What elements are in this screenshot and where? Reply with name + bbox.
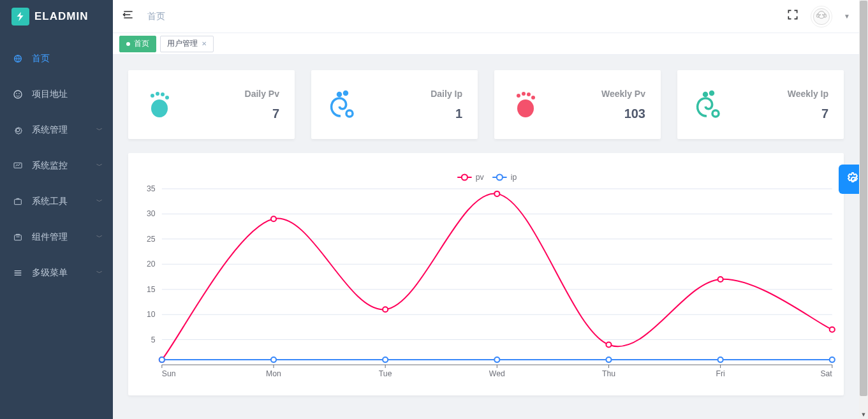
svg-point-3 (18, 93, 20, 94)
spiral-icon (693, 89, 723, 120)
stat-cards: Daily Pv7 Daily Ip1 Weekly Pv103 Weekly … (128, 70, 844, 139)
svg-text:Tue: Tue (379, 369, 392, 378)
svg-point-15 (161, 92, 165, 96)
header: 首页 ▼ (113, 0, 859, 33)
svg-point-28 (712, 110, 719, 117)
svg-text:30: 30 (147, 210, 156, 219)
card-daily-pv[interactable]: Daily Pv7 (128, 70, 295, 139)
svg-point-23 (527, 92, 531, 96)
svg-point-7 (813, 8, 829, 24)
chevron-down-icon: ﹀ (96, 161, 103, 170)
card-weekly-ip[interactable]: Weekly Ip7 (677, 70, 844, 139)
svg-point-1 (14, 91, 22, 98)
sidebar-item-system-manage[interactable]: 系统管理 ﹀ (0, 112, 113, 148)
scrollbar-thumb[interactable] (860, 1, 867, 396)
hamburger-icon[interactable] (122, 8, 135, 24)
caret-down-icon[interactable]: ▼ (844, 13, 850, 20)
card-label: Weekly Pv (601, 89, 645, 99)
card-weekly-pv[interactable]: Weekly Pv103 (494, 70, 661, 139)
feet-icon (143, 89, 174, 120)
svg-point-16 (165, 96, 169, 99)
tab-home[interactable]: 首页 (119, 36, 156, 52)
card-daily-ip[interactable]: Daily Ip1 (311, 70, 478, 139)
svg-text:Thu: Thu (602, 369, 615, 378)
chevron-down-icon: ﹀ (96, 126, 103, 135)
sidebar-item-home[interactable]: 首页 (0, 41, 113, 77)
sidebar: ELADMIN 首页 项目地址 系统管理 ﹀ 系统监控 ﹀ 系统工具 ﹀ 组件管… (0, 0, 113, 419)
svg-point-70 (830, 327, 835, 332)
chevron-down-icon: ﹀ (96, 268, 103, 277)
line-chart[interactable]: 5101520253035SunMonTueWedThuFriSatpvip (132, 166, 840, 383)
svg-point-77 (830, 357, 835, 362)
tab-label: 首页 (134, 38, 149, 49)
svg-point-67 (494, 191, 499, 196)
svg-point-19 (344, 92, 348, 95)
svg-point-69 (718, 277, 723, 282)
svg-point-75 (606, 357, 611, 362)
sidebar-item-component-manage[interactable]: 组件管理 ﹀ (0, 219, 113, 255)
card-label: Daily Pv (245, 89, 279, 99)
sidebar-item-system-monitor[interactable]: 系统监控 ﹀ (0, 148, 113, 184)
card-label: Weekly Ip (788, 89, 828, 99)
breadcrumb: 首页 (147, 11, 165, 22)
logo[interactable]: ELADMIN (0, 0, 113, 33)
chart-card: 5101520253035SunMonTueWedThuFriSatpvip (128, 153, 844, 395)
svg-point-71 (159, 357, 165, 362)
spiral-icon (327, 89, 357, 120)
scroll-down-icon[interactable]: ▼ (859, 410, 868, 419)
svg-point-66 (383, 307, 388, 312)
svg-point-25 (517, 99, 534, 117)
svg-point-22 (522, 92, 526, 96)
card-label: Daily Ip (430, 89, 462, 99)
header-right: ▼ (786, 6, 850, 27)
avatar[interactable] (811, 6, 832, 27)
svg-point-65 (271, 216, 276, 221)
github-icon (13, 89, 23, 99)
svg-point-24 (531, 96, 535, 99)
sidebar-item-system-tools[interactable]: 系统工具 ﹀ (0, 184, 113, 219)
home-icon (13, 54, 23, 64)
card-value: 1 (430, 107, 462, 121)
tools-icon (13, 196, 23, 207)
content: Daily Pv7 Daily Ip1 Weekly Pv103 Weekly … (113, 55, 859, 419)
svg-text:Fri: Fri (716, 369, 725, 378)
tab-active-dot-icon (126, 42, 130, 46)
svg-text:5: 5 (151, 335, 156, 344)
svg-point-14 (156, 92, 159, 96)
menu-icon (13, 268, 23, 278)
svg-text:10: 10 (147, 310, 156, 319)
svg-point-12 (822, 14, 823, 15)
svg-text:20: 20 (147, 260, 156, 268)
sidebar-item-label: 组件管理 (32, 232, 68, 243)
sidebar-item-multilevel-menu[interactable]: 多级菜单 ﹀ (0, 255, 113, 291)
scrollbar[interactable]: ▲ ▼ (859, 0, 868, 419)
tab-label: 用户管理 (167, 38, 198, 49)
svg-point-27 (710, 92, 714, 95)
svg-text:35: 35 (147, 184, 156, 193)
svg-point-21 (517, 94, 520, 98)
svg-point-73 (383, 357, 388, 362)
svg-text:15: 15 (147, 285, 156, 294)
sidebar-item-project-url[interactable]: 项目地址 (0, 77, 113, 112)
svg-point-20 (346, 110, 353, 117)
svg-point-26 (704, 93, 707, 96)
logo-icon (11, 8, 29, 26)
tab-user-manage[interactable]: 用户管理 ✕ (160, 36, 214, 52)
fullscreen-icon[interactable] (786, 8, 799, 24)
svg-text:Wed: Wed (489, 369, 505, 378)
card-value: 7 (788, 107, 828, 121)
sidebar-item-label: 系统管理 (32, 124, 68, 136)
tabbar: 首页 用户管理 ✕ (113, 33, 859, 55)
close-icon[interactable]: ✕ (202, 40, 207, 47)
svg-text:ip: ip (511, 173, 517, 182)
gear-icon (13, 125, 23, 135)
svg-point-72 (271, 357, 276, 362)
sidebar-item-label: 首页 (32, 53, 50, 64)
svg-point-13 (151, 94, 154, 98)
chevron-down-icon: ﹀ (96, 197, 103, 206)
chevron-down-icon: ﹀ (96, 233, 103, 242)
svg-point-18 (338, 93, 341, 96)
svg-text:Sat: Sat (820, 369, 832, 378)
card-value: 7 (245, 107, 279, 121)
svg-text:pv: pv (476, 173, 485, 182)
